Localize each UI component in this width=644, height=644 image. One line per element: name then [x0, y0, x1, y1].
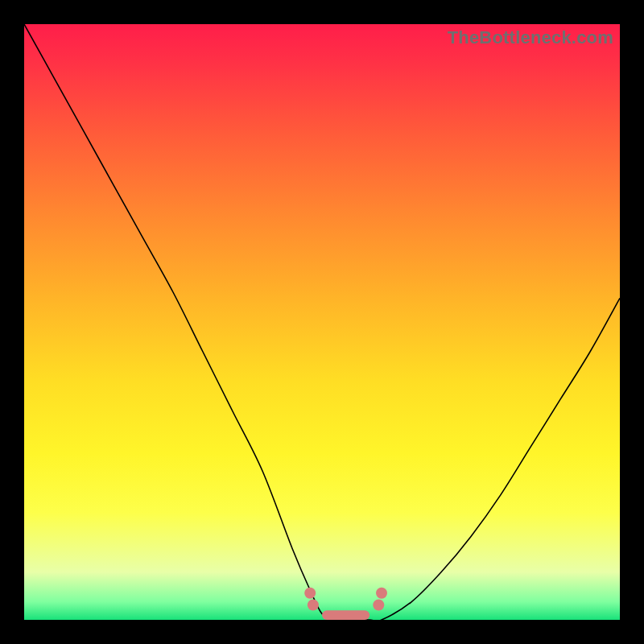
right-cluster-mid: [373, 600, 384, 611]
floor-marker: [322, 610, 369, 620]
marker-group: [304, 588, 387, 620]
chart-svg: [24, 24, 620, 620]
right-cluster-top: [376, 588, 387, 599]
plot-area: TheBottleneck.com: [24, 24, 620, 620]
bottleneck-curve: [24, 24, 620, 620]
left-cluster-top: [304, 588, 316, 599]
chart-frame: TheBottleneck.com: [0, 0, 644, 644]
left-cluster-mid: [308, 600, 319, 611]
